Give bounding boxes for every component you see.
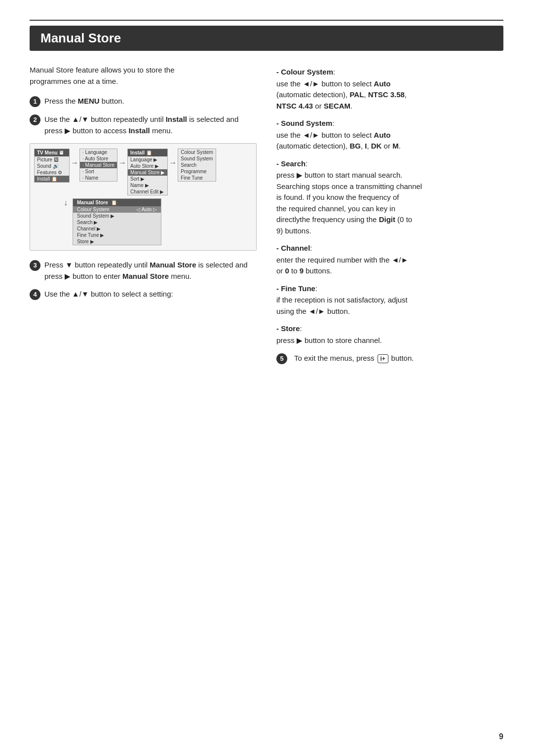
step-2-bold1: Install [166, 115, 187, 123]
isub-search: Search [178, 162, 216, 168]
isub-programme: Programme [178, 168, 216, 175]
ch-9: 9 [300, 266, 304, 275]
step-3: 3 Press ▼ button repeatedly until Manual… [30, 260, 257, 282]
right-colour-system: - Colour System: use the ◄/► button to s… [276, 67, 503, 112]
right-sound-text: use the ◄/► button to select Auto (autom… [276, 130, 503, 152]
ms-colour-system: Colour System ◁ Auto ▷ [73, 206, 161, 213]
right-sound-system: - Sound System: use the ◄/► button to se… [276, 118, 503, 152]
step-5-num: 5 [276, 353, 287, 364]
top-rule [30, 20, 503, 21]
down-arrow-group: ↓ [64, 198, 68, 245]
step-1-content: Press the MENU button. [44, 96, 257, 107]
right-channel-label: - Channel: [276, 243, 503, 254]
install-subitems-col: Colour System Sound System Search Progra… [178, 149, 216, 182]
ms-header-text: Manual Store [77, 200, 108, 205]
manual-store-box: Manual Store 📋 Colour System ◁ Auto ▷ So… [73, 198, 161, 245]
tv-sub-language: · Language [80, 149, 117, 155]
diagram-top: TV Menu 🖥 Picture 🖼 Sound 🔊 Features ⚙ I… [34, 149, 252, 195]
ms-colour-value: ◁ Auto ▷ [136, 207, 157, 212]
install-manualstore: Manual Store ▶ [128, 169, 167, 176]
cs-ntsc443: NTSC 4.43 [276, 102, 313, 110]
tv-sub-sort: · Sort [80, 168, 117, 175]
right-finetune-text: if the reception is not satisfactory, ad… [276, 295, 503, 317]
install-sort: Sort ▶ [128, 176, 167, 182]
install-header: Install 📋 [128, 149, 167, 156]
intro-line2: programmes one at a time. [30, 77, 118, 85]
install-language: Language ▶ [128, 156, 167, 163]
left-column: Manual Store feature allows you to store… [30, 65, 257, 307]
right-channel-text: enter the required number with the ◄/► o… [276, 255, 503, 277]
ms-store-label: Store ▶ [77, 239, 94, 244]
ms-sound-system: Sound System ▶ [73, 213, 161, 219]
right-column: - Colour System: use the ◄/► button to s… [276, 65, 503, 364]
diagram-down-area: ↓ Manual Store 📋 Colour System ◁ Auto ▷ … [64, 198, 252, 245]
arrow-2: → [117, 158, 127, 167]
step-3-num: 3 [30, 260, 40, 271]
cs-ntsc358: NTSC 3.58 [368, 90, 405, 99]
step-5: 5 To exit the menus, press i+ button. [276, 353, 503, 364]
tv-sub-manualstore: · Manual Store [80, 162, 117, 168]
ms-channel-label: Channel ▶ [77, 226, 101, 231]
step-5-text2: button. [391, 353, 414, 364]
arrow-3: → [168, 158, 178, 167]
ms-sound-label: Sound System ▶ [77, 213, 114, 219]
ms-header: Manual Store 📋 [73, 199, 161, 206]
tv-sub-autostore: · Auto Store [80, 155, 117, 162]
step-2-num: 2 [30, 114, 40, 125]
ms-header-icon: 📋 [111, 200, 117, 205]
page: Manual Store Manual Store feature allows… [0, 0, 533, 756]
cs-secam: SECAM [324, 102, 350, 110]
down-arrow: ↓ [64, 198, 68, 207]
ms-finetune: Fine Tune ▶ [73, 232, 161, 238]
step-2: 2 Use the ▲/▼ button repeatedly until In… [30, 114, 257, 136]
ch-0: 0 [285, 266, 289, 275]
ss-i: I [365, 142, 367, 150]
step-4-content: Use the ▲/▼ button to select a setting: [44, 289, 257, 300]
tv-menu-col: TV Menu 🖥 Picture 🖼 Sound 🔊 Features ⚙ I… [34, 149, 70, 183]
right-store-text: press ▶ button to store channel. [276, 335, 503, 346]
step-4-num: 4 [30, 289, 40, 300]
ss-auto: Auto [374, 131, 390, 139]
install-autostore: Auto Store ▶ [128, 163, 167, 169]
right-finetune-label: - Fine Tune: [276, 283, 503, 295]
ss-bg: BG [349, 142, 361, 150]
ms-channel: Channel ▶ [73, 226, 161, 232]
ms-colour-label: Colour System [77, 207, 110, 212]
step-4: 4 Use the ▲/▼ button to select a setting… [30, 289, 257, 300]
isub-colour: Colour System [178, 149, 216, 155]
right-colour-label: - Colour System: [276, 67, 503, 78]
right-sound-label: - Sound System: [276, 118, 503, 129]
title-text: Manual Store [40, 31, 121, 45]
step-5-text: To exit the menus, press [294, 353, 375, 364]
isub-sound: Sound System [178, 155, 216, 162]
right-colour-text: use the ◄/► button to select Auto (autom… [276, 78, 503, 112]
ms-store: Store ▶ [73, 238, 161, 245]
ms-search: Search ▶ [73, 219, 161, 226]
install-col: Install 📋 Language ▶ Auto Store ▶ Manual… [127, 149, 168, 195]
install-channeledit: Channel Edit ▶ [128, 189, 167, 195]
right-store: - Store: press ▶ button to store channel… [276, 323, 503, 346]
ms-search-label: Search ▶ [77, 220, 98, 225]
step-2-bold2: Install [128, 126, 150, 135]
menu-diagram: TV Menu 🖥 Picture 🖼 Sound 🔊 Features ⚙ I… [30, 143, 257, 251]
right-store-label: - Store: [276, 323, 503, 335]
ms-finetune-label: Fine Tune ▶ [77, 232, 104, 238]
arrow-1: → [70, 158, 79, 167]
step-1-bold: MENU [78, 97, 100, 105]
step-1-num: 1 [30, 96, 40, 107]
right-search: - Search: press ▶ button to start manual… [276, 158, 503, 237]
page-number: 9 [499, 732, 503, 741]
right-channel: - Channel: enter the required number wit… [276, 243, 503, 277]
right-search-label: - Search: [276, 158, 503, 170]
ss-m: M [392, 142, 399, 150]
step-2-content: Use the ▲/▼ button repeatedly until Inst… [44, 114, 257, 136]
step-3-bold2: Manual Store [122, 272, 169, 280]
tv-menu-item-picture: Picture 🖼 [35, 156, 69, 163]
right-search-text: press ▶ button to start manual search. S… [276, 170, 503, 236]
intro-line1: Manual Store feature allows you to store… [30, 66, 175, 74]
tv-menu-item-install: Install 📋 [35, 176, 69, 182]
content-area: Manual Store feature allows you to store… [30, 65, 503, 364]
isub-finetune: Fine Tune [178, 175, 216, 181]
cs-pal: PAL [349, 90, 364, 99]
step-3-content: Press ▼ button repeatedly until Manual S… [44, 260, 257, 282]
